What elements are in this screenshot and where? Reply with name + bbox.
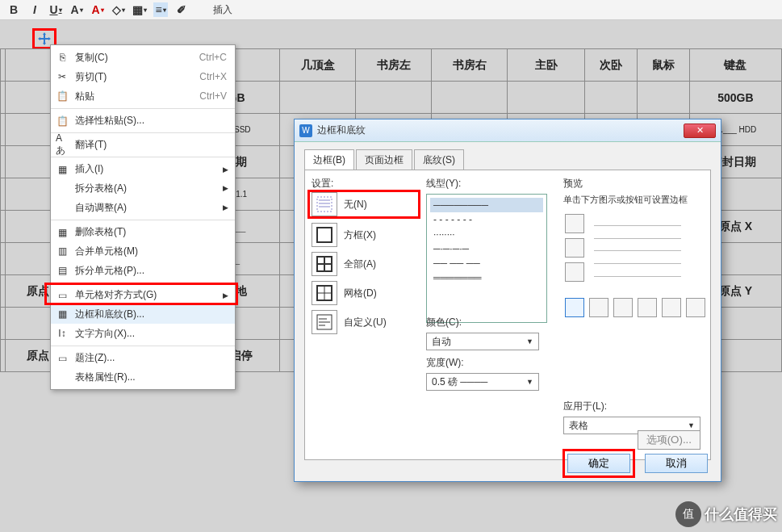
preview-bottom-buttons	[565, 298, 705, 317]
cell[interactable]: 书房左	[356, 49, 432, 82]
ctx-item-border[interactable]: ▦边框和底纹(B)...	[51, 304, 235, 324]
pv-diag3-button[interactable]	[686, 298, 705, 317]
italic-button[interactable]: I	[27, 2, 42, 17]
all-icon	[312, 252, 337, 276]
cell[interactable]	[638, 82, 690, 114]
svg-rect-0	[317, 197, 332, 212]
insert-label[interactable]: 插入	[213, 3, 232, 17]
line-style-2[interactable]: ········	[430, 227, 543, 241]
ctx-item-paste[interactable]: 📋粘贴Ctrl+V	[51, 86, 235, 106]
line-style-1[interactable]: - - - - - - -	[430, 212, 543, 227]
ctx-item-caption[interactable]: ▭题注(Z)...	[51, 346, 235, 367]
dialog-titlebar: W 边框和底纹 ✕	[295, 119, 721, 142]
format-toolbar: B I U A A ◇ ▦ ≡ ✐ 插入	[0, 0, 782, 20]
font-color-button[interactable]: A	[90, 2, 105, 17]
cell[interactable]	[280, 82, 356, 114]
textdir-icon: I↕	[56, 327, 69, 340]
ctx-item-自动调整(A)[interactable]: 自动调整(A)▶	[51, 198, 235, 217]
cell[interactable]	[432, 82, 508, 114]
pv-left-button[interactable]	[589, 298, 608, 317]
line-style-3[interactable]: ─·─·─·─	[430, 241, 543, 256]
align-icon: ▭	[56, 289, 69, 302]
ctx-item-translate[interactable]: Aあ翻译(T)	[51, 132, 235, 154]
pv-hmid-button[interactable]	[565, 238, 584, 258]
close-icon[interactable]: ✕	[684, 124, 716, 138]
color-select[interactable]: 自动	[426, 333, 539, 350]
line-style-5[interactable]: ═══════	[430, 270, 543, 285]
tab-page-border[interactable]: 页面边框	[356, 149, 412, 170]
preview-area[interactable]	[589, 215, 686, 287]
bold-button[interactable]: B	[6, 2, 21, 17]
ctx-item-del-table[interactable]: ▦删除表格(T)	[51, 220, 235, 241]
ctx-item-paste-special[interactable]: 📋选择性粘贴(S)...	[51, 108, 235, 130]
cell[interactable]: 次卧	[585, 49, 638, 82]
align-button[interactable]: ≡	[153, 2, 168, 17]
width-select[interactable]: 0.5 磅 ────	[426, 373, 539, 391]
none-icon	[312, 192, 337, 216]
watermark: 值 什么值得买	[675, 501, 777, 527]
tab-border[interactable]: 边框(B)	[304, 149, 354, 170]
cell[interactable]: 主卧	[508, 49, 585, 82]
box-icon	[312, 223, 337, 247]
preview-label: 预览	[563, 177, 700, 191]
merge-icon: ▥	[56, 245, 69, 258]
watermark-icon: 值	[675, 501, 701, 527]
preview-side-buttons	[565, 214, 584, 282]
tab-shading[interactable]: 底纹(S)	[414, 149, 464, 170]
ctx-item-insert[interactable]: ▦插入(I)▶	[51, 157, 235, 178]
insert-icon: ▦	[56, 163, 69, 176]
highlight-button[interactable]: A	[69, 2, 84, 17]
ctx-item-cut[interactable]: ✂剪切(T)Ctrl+X	[51, 67, 235, 86]
width-label: 宽度(W):	[426, 356, 547, 370]
underline-button[interactable]: U	[48, 2, 63, 17]
ctx-item-split[interactable]: ▤拆分单元格(P)...	[51, 261, 235, 280]
cancel-button[interactable]: 取消	[645, 454, 708, 473]
line-style-label: 线型(Y):	[426, 177, 547, 191]
pv-diag2-button[interactable]	[662, 298, 681, 317]
preview-hint: 单击下方图示或按钮可设置边框	[563, 195, 688, 204]
line-style-4[interactable]: ── ── ──	[430, 256, 543, 270]
line-style-0[interactable]: ────────	[430, 198, 543, 212]
-icon	[56, 371, 69, 383]
dialog-title: 边框和底纹	[317, 124, 684, 137]
ctx-item-merge[interactable]: ▥合并单元格(M)	[51, 241, 235, 261]
cell[interactable]	[585, 82, 638, 114]
ctx-item-copy[interactable]: ⎘复制(C)Ctrl+C	[51, 48, 235, 67]
paste-special-icon: 📋	[56, 115, 69, 128]
cell[interactable]	[356, 82, 432, 114]
context-menu: ⎘复制(C)Ctrl+C✂剪切(T)Ctrl+X📋粘贴Ctrl+V📋选择性粘贴(…	[50, 44, 236, 390]
setting-grid[interactable]: 网格(D)	[312, 279, 416, 308]
line-style-list[interactable]: ────────- - - - - - -········─·─·─·─── ─…	[426, 194, 547, 323]
ctx-item-textdir[interactable]: I↕文字方向(X)...	[51, 324, 235, 343]
setting-box[interactable]: 方框(X)	[312, 220, 416, 249]
fill-button[interactable]: ◇	[111, 2, 126, 17]
ok-button[interactable]: 确定	[567, 454, 630, 473]
pv-right-button[interactable]	[638, 298, 657, 317]
apply-label: 应用于(L):	[563, 400, 707, 413]
tab-pane: 设置: 无(N)方框(X)全部(A)网格(D)自定义(U) 线型(Y): ───…	[304, 170, 711, 460]
ctx-item-拆分表格(A)[interactable]: 拆分表格(A)▶	[51, 178, 235, 198]
cell[interactable]: 鼠标	[638, 49, 690, 82]
cut-icon: ✂	[56, 70, 69, 83]
split-icon: ▤	[56, 264, 69, 277]
eraser-button[interactable]: ✐	[174, 2, 189, 17]
paste-icon: 📋	[56, 90, 69, 103]
cell[interactable]: 几顶盒	[280, 49, 356, 82]
cell[interactable]: 500GB	[689, 82, 781, 114]
cell[interactable]	[508, 82, 585, 114]
pv-diag1-button[interactable]	[565, 298, 584, 317]
cell[interactable]: 键盘	[689, 49, 781, 82]
setting-custom[interactable]: 自定义(U)	[312, 308, 416, 337]
options-button: 选项(O)...	[638, 430, 700, 450]
cell[interactable]: 书房右	[432, 49, 508, 82]
border-button[interactable]: ▦	[132, 2, 147, 17]
setting-all[interactable]: 全部(A)	[312, 249, 416, 279]
pv-top-button[interactable]	[565, 214, 584, 233]
pv-vmid-button[interactable]	[613, 298, 633, 317]
ctx-item-表格属性(R)...[interactable]: 表格属性(R)...	[51, 367, 235, 387]
setting-none[interactable]: 无(N)	[307, 190, 420, 219]
pv-bottom-button[interactable]	[565, 262, 584, 282]
-icon	[56, 182, 69, 195]
svg-rect-4	[317, 228, 332, 242]
ctx-item-align[interactable]: ▭单元格对齐方式(G)▶	[51, 283, 235, 304]
